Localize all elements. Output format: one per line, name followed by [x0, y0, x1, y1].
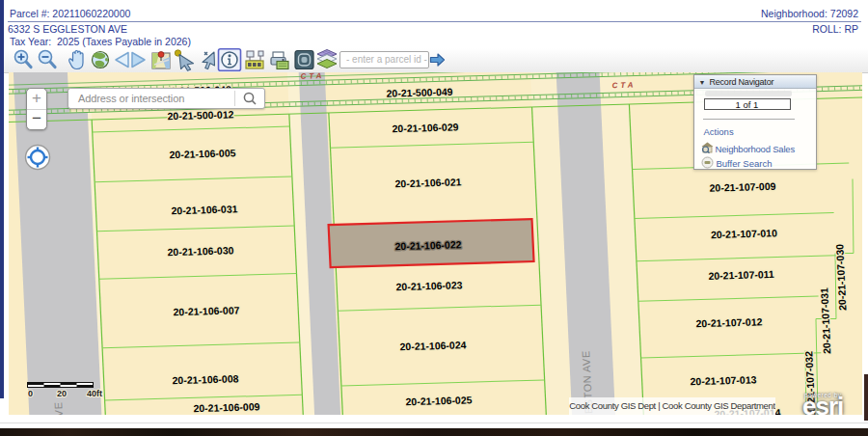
- svg-text:20-21-106-025: 20-21-106-025: [405, 394, 473, 407]
- svg-text:0: 0: [28, 389, 33, 398]
- svg-text:20-21-106-005: 20-21-106-005: [169, 147, 236, 160]
- svg-text:20-21-106-008: 20-21-106-008: [172, 372, 239, 386]
- svg-text:20: 20: [57, 389, 67, 398]
- svg-text:20-21-106-021: 20-21-106-021: [394, 176, 462, 189]
- svg-text:20-21-107-011: 20-21-107-011: [708, 267, 774, 281]
- svg-text:40ft: 40ft: [87, 389, 102, 398]
- svg-text:20-21-500-049: 20-21-500-049: [386, 85, 453, 98]
- svg-text:20-21-106-022: 20-21-106-022: [394, 238, 462, 252]
- svg-text:CTA: CTA: [611, 80, 636, 90]
- svg-text:20-21-107-010: 20-21-107-010: [711, 227, 778, 240]
- svg-text:20-21-106-031: 20-21-106-031: [171, 203, 238, 216]
- svg-text:20-21-106-007: 20-21-106-007: [173, 304, 240, 317]
- svg-text:20-21-106-024: 20-21-106-024: [399, 339, 467, 352]
- svg-text:20-21-106-009: 20-21-106-009: [193, 400, 260, 414]
- svg-text:20-21-106-029: 20-21-106-029: [392, 121, 459, 134]
- svg-text:20-21-106-023: 20-21-106-023: [395, 279, 463, 292]
- svg-text:CTA: CTA: [300, 72, 324, 81]
- svg-text:20-21-107-013: 20-21-107-013: [690, 373, 757, 387]
- svg-text:20-21-500-012: 20-21-500-012: [167, 108, 234, 122]
- svg-text:20-21-107-009: 20-21-107-009: [709, 179, 776, 193]
- svg-text:20-21-107-012: 20-21-107-012: [695, 315, 763, 329]
- svg-text:20-21-106-030: 20-21-106-030: [167, 244, 234, 258]
